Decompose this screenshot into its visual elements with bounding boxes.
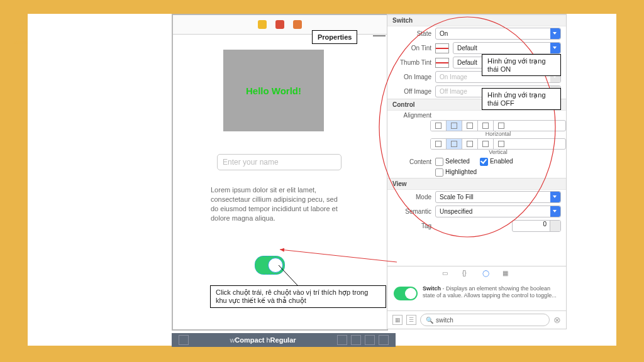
toolbar-icon-add[interactable]: [258, 20, 267, 29]
mode-label: Mode: [392, 194, 431, 200]
alignment-vertical[interactable]: [430, 138, 566, 150]
object-library: ▭ {} ◯ ▦ Switch - Displays an element sh…: [387, 266, 566, 329]
tag-label: Tag: [392, 222, 431, 229]
highlighted-checkbox[interactable]: [435, 168, 443, 177]
library-grid-icon[interactable]: ▦: [392, 315, 402, 325]
library-list-icon[interactable]: ☰: [406, 315, 416, 325]
size-class-label[interactable]: wCompact hRegular: [191, 336, 335, 344]
section-switch: Switch: [387, 14, 566, 26]
hello-label: Hello World!: [246, 85, 301, 96]
lib-tab-code-icon[interactable]: {}: [462, 270, 471, 278]
selected-text: Selected: [445, 158, 470, 165]
library-item-title: Switch: [423, 285, 441, 292]
highlighted-text: Highlighted: [445, 168, 477, 175]
semantic-select[interactable]: Unspecified: [435, 206, 561, 217]
content-label: Content: [392, 158, 431, 165]
resolve-icon[interactable]: [365, 335, 375, 345]
tag-stepper[interactable]: 0: [512, 220, 561, 232]
imageview-placeholder[interactable]: Hello World!: [223, 50, 324, 131]
semantic-label: Semantic: [392, 208, 431, 215]
name-textfield[interactable]: Enter your name: [217, 154, 341, 170]
thumbtint-label: Thumb Tint: [392, 59, 431, 66]
library-item-switch[interactable]: Switch - Displays an element showing the…: [387, 282, 566, 310]
state-select[interactable]: On: [435, 28, 561, 40]
size-class-bar[interactable]: wCompact hRegular: [172, 333, 396, 347]
toolbar-icon-resolve[interactable]: [293, 20, 302, 29]
switch-icon: [394, 287, 418, 300]
alignment-label: Alignment: [392, 112, 431, 119]
lorem-textview[interactable]: Lorem ipsum dolor sit er elit lamet, con…: [211, 185, 343, 222]
callout-drag-instruction: Click chuột trái, rê chuột vào vị trí th…: [210, 285, 386, 308]
vertical-label: Vertical: [430, 149, 566, 155]
resize-icon[interactable]: [379, 335, 389, 345]
library-item-desc: - Displays an element showing the boolea…: [423, 285, 557, 299]
storyboard-canvas[interactable]: Hello World! Enter your name Lorem ipsum…: [172, 14, 388, 331]
state-label: State: [392, 30, 431, 37]
lib-tab-object-icon[interactable]: ◯: [482, 270, 491, 278]
pin-icon[interactable]: [351, 335, 361, 345]
thumbtint-swatch[interactable]: [435, 58, 449, 68]
lib-tab-file-icon[interactable]: ▭: [442, 270, 451, 278]
name-placeholder: Enter your name: [223, 158, 279, 167]
enabled-text: Enabled: [490, 158, 513, 165]
selected-checkbox[interactable]: [435, 158, 443, 166]
lib-tab-media-icon[interactable]: ▦: [502, 270, 511, 278]
library-search-input[interactable]: 🔍 switch: [420, 314, 550, 326]
ontint-swatch[interactable]: [435, 43, 449, 53]
callout-off-state: Hình ứng với trạng thái OFF: [482, 88, 561, 110]
onimage-label: On Image: [392, 74, 431, 80]
callout-properties: Properties: [312, 30, 357, 44]
callout-on-state: Hình ứng với trạng thái ON: [482, 54, 561, 76]
ontint-label: On Tint: [392, 45, 431, 52]
section-view: View: [387, 178, 566, 190]
search-value: switch: [436, 317, 453, 324]
mode-select[interactable]: Scale To Fill: [435, 191, 561, 203]
enabled-checkbox[interactable]: [480, 158, 488, 166]
horizontal-label: Horizontal: [430, 131, 566, 137]
toolbar-icon-embed[interactable]: [275, 20, 284, 29]
outline-toggle-icon[interactable]: [179, 335, 189, 345]
search-icon: 🔍: [426, 317, 433, 324]
alignment-horizontal[interactable]: [430, 120, 566, 131]
ontint-select[interactable]: Default: [453, 42, 561, 54]
align-icon[interactable]: [337, 335, 347, 345]
offimage-label: Off Image: [392, 88, 431, 95]
search-clear-icon[interactable]: ⊗: [553, 315, 561, 325]
uiswitch-on-canvas[interactable]: [255, 256, 285, 275]
